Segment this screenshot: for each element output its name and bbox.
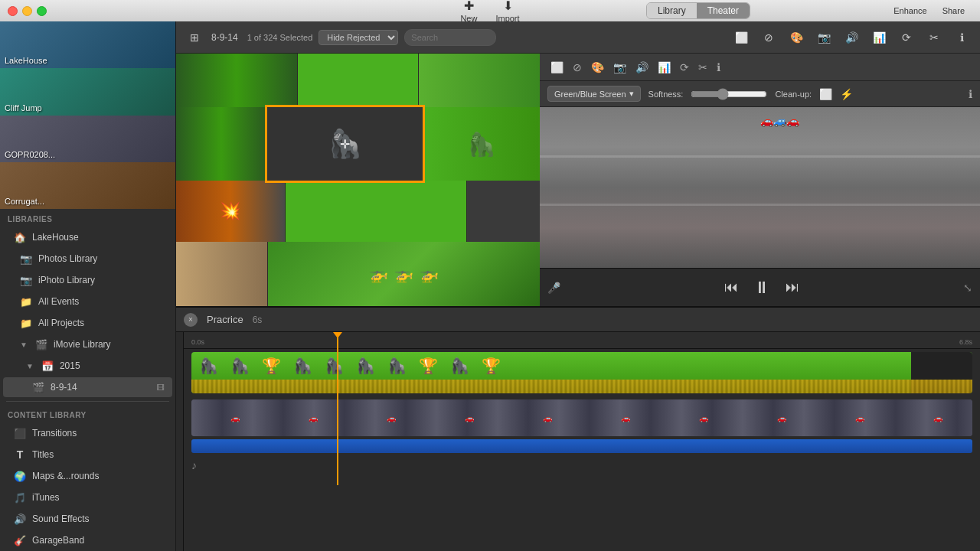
media-clip-1-selected[interactable]: 🦍 ✛ <box>267 107 423 181</box>
sidebar-divider <box>6 401 169 402</box>
play-pause-button[interactable]: ⏸ <box>753 278 770 298</box>
cliff-jump-thumb[interactable]: Cliff Jump <box>0 68 175 115</box>
gopr-thumb[interactable]: GOPR0208... <box>0 116 175 162</box>
color-icon[interactable]: 🎨 <box>786 27 807 48</box>
transform-icon[interactable]: ⟳ <box>896 27 917 48</box>
timeline-header: × Pracrice 6s <box>176 308 980 332</box>
sidebar-item-maps[interactable]: 🌍 Maps &...rounds <box>3 466 172 486</box>
timeline-area: × Pracrice 6s 0.0s 6.8s <box>176 306 980 551</box>
new-button[interactable]: ✚ New <box>451 0 486 24</box>
sidebar-item-all-events[interactable]: 📁 All Events <box>3 292 172 311</box>
car-5: 🚗 <box>543 414 552 422</box>
share-button[interactable]: Share <box>942 6 965 15</box>
cars-clip[interactable]: 🚗 🚗 🚗 🚗 🚗 🚗 🚗 🚗 🚗 🚗 <box>191 399 972 436</box>
preview-clip-icon[interactable]: ✂ <box>695 60 710 75</box>
media-row-3: 🚁🚁🚁 <box>176 242 540 306</box>
sidebar-item-transitions[interactable]: ⬛ Transitions <box>3 423 172 443</box>
preview-filter-icon[interactable]: ⊘ <box>570 60 585 75</box>
media-clip-1-2[interactable]: 🦍 <box>423 107 540 181</box>
crop-icon[interactable]: ⬜ <box>730 27 752 48</box>
sidebar-item-lakehouse[interactable]: 🏠 LakeHouse <box>3 227 172 247</box>
library-theater-tabs: Library Theater <box>646 2 750 19</box>
media-clip-3-1[interactable]: 🚁🚁🚁 <box>268 242 541 306</box>
media-clip-0-2[interactable] <box>419 54 540 107</box>
clip-icon[interactable]: ✂ <box>923 27 945 48</box>
cleanup-icon-2[interactable]: ⚡ <box>840 88 853 100</box>
tab-library[interactable]: Library <box>647 3 697 18</box>
car-8: 🚗 <box>777 414 786 422</box>
project-duration: 6s <box>253 315 263 325</box>
media-clip-0-1[interactable] <box>298 54 419 107</box>
tab-theater[interactable]: Theater <box>697 3 750 18</box>
go-to-start-button[interactable]: ⏮ <box>724 279 738 295</box>
close-window-button[interactable] <box>8 6 18 16</box>
sidebar-item-all-projects[interactable]: 📁 All Projects <box>3 313 172 333</box>
titlebar-right-actions: Enhance Share <box>893 6 965 15</box>
playhead[interactable] <box>337 332 338 485</box>
panel-info-icon[interactable]: ℹ <box>969 88 972 100</box>
fullscreen-window-button[interactable] <box>37 6 47 16</box>
speed-icon[interactable]: 📊 <box>868 27 890 48</box>
audio-icon[interactable]: 🔊 <box>841 27 862 48</box>
photos-icon: 📷 <box>20 253 32 265</box>
toolbar-row: ⊞ 8-9-14 1 of 324 Selected Hide Rejected… <box>176 21 980 54</box>
sidebar-item-garageband[interactable]: 🎸 GarageBand <box>3 530 172 550</box>
gopr-label: GOPR0208... <box>5 150 55 159</box>
media-browser[interactable]: 🦍 ✛ 🦍 💥 <box>176 54 540 306</box>
media-clip-2-0[interactable]: 💥 <box>176 181 285 242</box>
grid-view-toggle[interactable]: ⊞ <box>184 27 205 48</box>
event-icon: 🎬 <box>32 381 44 393</box>
hide-rejected-select[interactable]: Hide Rejected Show All <box>318 30 398 45</box>
sidebar-item-imovie-library[interactable]: ▼ 🎬 iMovie Library <box>3 334 172 354</box>
preview-audio-icon[interactable]: 🔊 <box>632 60 652 75</box>
timeline-close-button[interactable]: × <box>184 313 198 327</box>
sidebar-item-itunes[interactable]: 🎵 iTunes <box>3 487 172 507</box>
search-input[interactable] <box>404 29 496 46</box>
libraries-header: LIBRARIES <box>0 209 175 227</box>
timeline-scroll[interactable]: 0.0s 6.8s 🦍 🦍 <box>184 332 980 551</box>
disclosure-triangle: ▼ <box>20 341 28 349</box>
sidebar-item-photos-library[interactable]: 📷 Photos Library <box>3 249 172 269</box>
filter-icon[interactable]: ⊘ <box>758 27 779 48</box>
preview-cam-icon[interactable]: 📷 <box>610 60 629 75</box>
go-to-end-button[interactable]: ⏭ <box>786 279 799 295</box>
import-button[interactable]: ⬇ Import <box>486 0 528 24</box>
info-icon[interactable]: ℹ <box>951 27 972 48</box>
cleanup-icon-1[interactable]: ⬜ <box>819 88 832 100</box>
sidebar-item-2015[interactable]: ▼ 📅 2015 <box>3 356 172 376</box>
media-clip-3-0[interactable] <box>176 242 267 306</box>
sidebar-item-sound-effects[interactable]: 🔊 Sound Effects <box>3 509 172 529</box>
media-clip-1-0[interactable] <box>176 107 266 181</box>
lakehouse-thumb[interactable]: LakeHouse <box>0 21 175 68</box>
preview-info-icon[interactable]: ℹ <box>714 60 724 75</box>
media-clip-2-2[interactable] <box>467 181 540 242</box>
new-icon: ✚ <box>464 0 474 13</box>
fullscreen-icon[interactable]: ⤡ <box>963 282 972 294</box>
preview-transform-icon[interactable]: ⟳ <box>677 60 692 75</box>
corrugat-thumb[interactable]: Corrugat... <box>0 162 175 209</box>
media-clip-2-1[interactable] <box>286 181 467 242</box>
blue-audio-clip[interactable] <box>191 439 972 453</box>
sidebar-item-titles[interactable]: T Titles <box>3 445 172 465</box>
car-2: 🚗 <box>309 414 318 422</box>
minimize-window-button[interactable] <box>22 6 32 16</box>
green-blue-screen-dropdown[interactable]: Green/Blue Screen ▾ <box>547 86 641 102</box>
media-clip-0-0[interactable] <box>176 54 297 107</box>
import-label: Import <box>495 14 519 23</box>
mic-icon[interactable]: 🎤 <box>547 282 560 294</box>
preview-chart-icon[interactable]: 📊 <box>655 60 674 75</box>
stabilize-icon[interactable]: 📷 <box>813 27 835 48</box>
softness-slider[interactable] <box>691 88 767 100</box>
preview-color-icon[interactable]: 🎨 <box>588 60 607 75</box>
sidebar-item-8-9-14[interactable]: 🎬 8-9-14 🎞 <box>3 377 172 397</box>
timeline-body: 0.0s 6.8s 🦍 🦍 <box>176 332 980 551</box>
main-green-clip[interactable]: 🦍 🦍 🏆 🦍 🦍 🦍 🦍 🏆 🦍 🏆 <box>191 352 972 393</box>
time-mark-end: 6.8s <box>959 338 972 346</box>
creature-2: 🦍 <box>230 357 250 375</box>
preview-crop-icon[interactable]: ⬜ <box>547 60 567 75</box>
selection-info: 1 of 324 Selected <box>247 33 313 42</box>
creature-5: 🦍 <box>325 357 344 375</box>
enhance-button[interactable]: Enhance <box>893 6 926 15</box>
creature-8: 🏆 <box>419 357 438 375</box>
sidebar-item-iphoto-library[interactable]: 📷 iPhoto Library <box>3 270 172 290</box>
